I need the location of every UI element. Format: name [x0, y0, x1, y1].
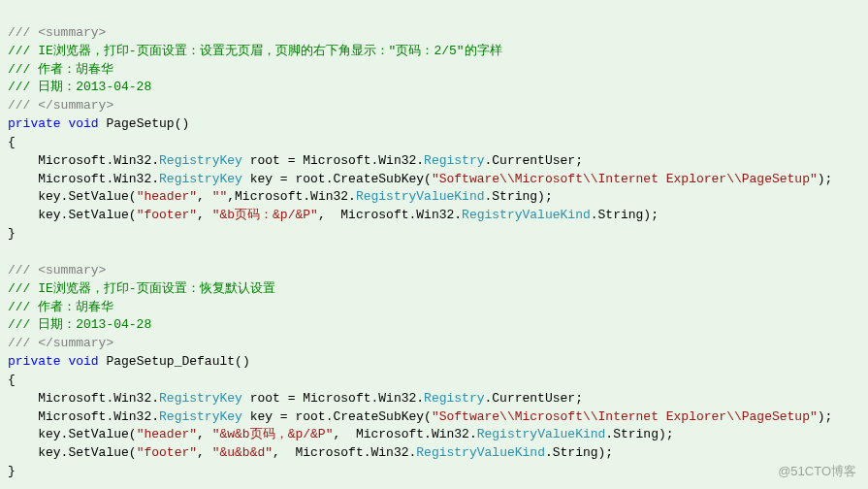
method-name: PageSetup_Default	[106, 354, 235, 369]
code-text: , Microsoft.Win32.	[273, 445, 416, 460]
string-literal: "Software\\Microsoft\\Internet Explorer\…	[432, 409, 818, 424]
code-text: root = Microsoft.Win32.	[242, 153, 424, 168]
string-literal: "&u&b&d"	[212, 445, 273, 460]
type-rvk: RegistryValueKind	[477, 427, 606, 441]
method-name: PageSetup	[106, 116, 174, 131]
code-text: key.SetValue(	[8, 427, 137, 441]
code-text: );	[818, 409, 833, 424]
code-text: .String);	[591, 208, 659, 222]
string-literal: "Software\\Microsoft\\Internet Explorer\…	[432, 172, 818, 186]
type-registrykey: RegistryKey	[159, 409, 242, 424]
paren: ()	[235, 354, 250, 369]
string-literal: "footer"	[137, 445, 197, 460]
code-text: , Microsoft.Win32.	[318, 208, 462, 222]
code-text: key.SetValue(	[8, 189, 137, 204]
type-registrykey: RegistryKey	[159, 153, 242, 168]
code-text: root = Microsoft.Win32.	[242, 391, 424, 406]
string-literal: "&b页码：&p/&P"	[212, 208, 318, 222]
code-text: Microsoft.Win32.	[8, 391, 159, 406]
sep: ,	[197, 427, 212, 441]
string-literal: "header"	[137, 427, 197, 441]
date-text: /// 日期：2013-04-28	[8, 80, 151, 94]
string-literal: ""	[212, 189, 228, 204]
author-text: /// 作者：胡春华	[8, 62, 113, 77]
xml-summary-close: /// </summary>	[8, 98, 113, 113]
type-registrykey: RegistryKey	[159, 172, 242, 186]
xml-summary-open: /// <summary>	[8, 25, 106, 40]
code-text: key = root.CreateSubKey(	[242, 409, 432, 424]
code-text: .String);	[485, 189, 553, 204]
type-rvk: RegistryValueKind	[462, 208, 591, 222]
code-text: Microsoft.Win32.	[8, 409, 159, 424]
sep: ,	[197, 208, 212, 222]
code-text: .String);	[545, 445, 613, 460]
author-text: /// 作者：胡春华	[8, 300, 113, 314]
xml-summary-close: /// </summary>	[8, 336, 113, 350]
paren: ()	[175, 116, 190, 131]
code-text: ,Microsoft.Win32.	[227, 189, 356, 204]
code-text: key = root.CreateSubKey(	[242, 172, 432, 186]
xml-summary-open: /// <summary>	[8, 263, 106, 277]
code-text: Microsoft.Win32.	[8, 153, 159, 168]
summary-text: /// IE浏览器，打印-页面设置：设置无页眉，页脚的右下角显示："页码：2/5…	[8, 44, 502, 58]
code-text: key.SetValue(	[8, 208, 137, 222]
brace-open: {	[8, 135, 16, 149]
string-literal: "header"	[137, 189, 197, 204]
string-literal: "footer"	[137, 208, 197, 222]
type-registry: Registry	[424, 391, 484, 406]
code-text: );	[818, 172, 833, 186]
date-text: /// 日期：2013-04-28	[8, 317, 151, 332]
brace-close: }	[8, 226, 16, 241]
kw-void: void	[68, 116, 98, 131]
sep: ,	[197, 445, 212, 460]
type-registrykey: RegistryKey	[159, 391, 242, 406]
code-text: .CurrentUser;	[485, 391, 583, 406]
type-rvk: RegistryValueKind	[356, 189, 485, 204]
kw-private: private	[8, 354, 61, 369]
brace-open: {	[8, 373, 16, 387]
code-text: .String);	[605, 427, 673, 441]
code-text: Microsoft.Win32.	[8, 172, 159, 186]
kw-void: void	[68, 354, 98, 369]
type-rvk: RegistryValueKind	[416, 445, 545, 460]
code-text: .CurrentUser;	[485, 153, 583, 168]
summary-text: /// IE浏览器，打印-页面设置：恢复默认设置	[8, 281, 275, 296]
code-text: key.SetValue(	[8, 445, 137, 460]
string-literal: "&w&b页码，&p/&P"	[212, 427, 334, 441]
code-text: , Microsoft.Win32.	[333, 427, 476, 441]
code-block: /// <summary> /// IE浏览器，打印-页面设置：设置无页眉，页脚…	[0, 0, 868, 487]
brace-close: }	[8, 464, 16, 478]
kw-private: private	[8, 116, 61, 131]
sep: ,	[197, 189, 212, 204]
type-registry: Registry	[424, 153, 484, 168]
